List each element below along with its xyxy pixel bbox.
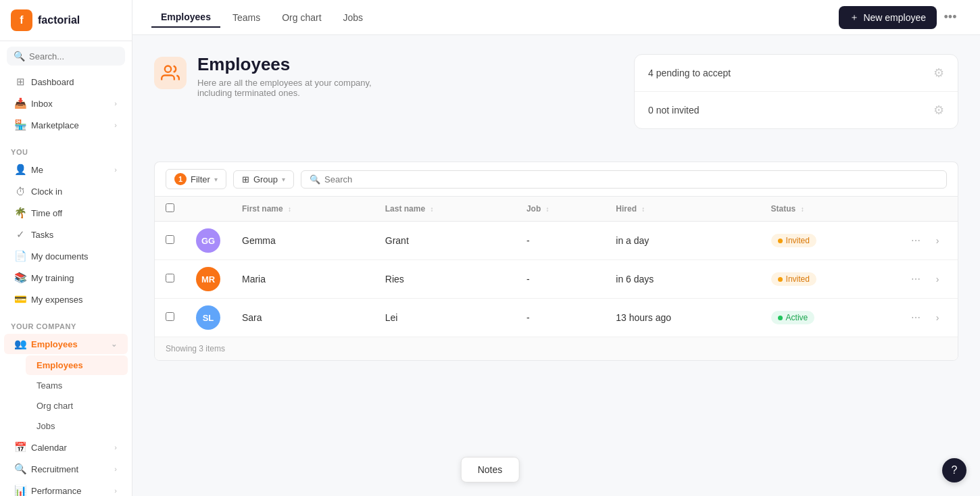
sidebar-item-label: Marketplace xyxy=(31,120,109,130)
avatar: MR xyxy=(196,267,220,291)
row-navigate-button[interactable]: › xyxy=(928,270,947,289)
hired-cell: 13 hours ago xyxy=(605,299,760,337)
row-actions: ⋯ › xyxy=(906,231,947,250)
page-title: Employees xyxy=(197,54,372,75)
employees-header-icon xyxy=(154,57,187,89)
sidebar-item-label: Jobs xyxy=(36,421,117,431)
col-job[interactable]: Job ↕ xyxy=(516,197,605,222)
row-more-button[interactable]: ⋯ xyxy=(906,231,925,250)
col-avatar xyxy=(185,197,231,222)
sidebar-item-label: Teams xyxy=(36,380,117,391)
chevron-down-icon: ▾ xyxy=(282,176,285,183)
col-status[interactable]: Status ↕ xyxy=(760,197,896,222)
row-checkbox-cell[interactable] xyxy=(155,260,185,299)
logo-text: factorial xyxy=(38,14,80,26)
sidebar-item-my-training[interactable]: 📚 My training xyxy=(4,268,128,288)
sidebar-item-performance[interactable]: 📊 Performance › xyxy=(4,480,128,496)
group-button[interactable]: ⊞ Group ▾ xyxy=(233,170,294,189)
new-employee-button[interactable]: ＋ New employee xyxy=(839,6,937,29)
page-header-row: Employees Here are all the employees at … xyxy=(154,54,958,145)
sidebar-item-time-off[interactable]: 🌴 Time off xyxy=(4,203,128,223)
status-cell: Invited xyxy=(760,222,896,260)
calendar-icon: 📅 xyxy=(15,442,26,453)
sidebar-item-me[interactable]: 👤 Me › xyxy=(4,159,128,180)
row-checkbox-cell[interactable] xyxy=(155,299,185,337)
sidebar-item-label: Calendar xyxy=(31,443,109,453)
sidebar-subitem-teams[interactable]: Teams xyxy=(26,376,128,395)
status-dot xyxy=(778,239,783,243)
time-off-icon: 🌴 xyxy=(15,207,26,218)
table-footer: Showing 3 items xyxy=(155,337,958,360)
notes-button[interactable]: Notes xyxy=(461,457,520,482)
sidebar-item-tasks[interactable]: ✓ Tasks xyxy=(4,224,128,245)
sidebar-item-employees[interactable]: 👥 Employees ⌄ xyxy=(4,334,128,354)
sidebar-item-calendar[interactable]: 📅 Calendar › xyxy=(4,437,128,457)
pending-accept-card: 4 pending to accept ⚙ xyxy=(635,55,958,92)
question-icon: ? xyxy=(952,464,958,476)
page-title-group: Employees Here are all the employees at … xyxy=(197,54,372,98)
filter-label: Filter xyxy=(191,174,210,184)
tab-teams[interactable]: Teams xyxy=(223,8,270,27)
me-icon: 👤 xyxy=(15,164,26,175)
avatar: GG xyxy=(196,228,220,253)
page-subtitle: Here are all the employees at your compa… xyxy=(197,78,372,98)
col-last-name[interactable]: Last name ↕ xyxy=(374,197,516,222)
company-section-label: YOUR COMPANY xyxy=(0,316,132,333)
row-checkbox[interactable] xyxy=(166,312,174,321)
info-cards: 4 pending to accept ⚙ 0 not invited ⚙ xyxy=(634,54,958,129)
sidebar-item-inbox[interactable]: 📥 Inbox › xyxy=(4,93,128,114)
row-more-button[interactable]: ⋯ xyxy=(906,308,925,327)
avatar-cell: GG xyxy=(185,222,231,260)
filter-button[interactable]: 1 Filter ▾ xyxy=(166,169,226,189)
row-navigate-button[interactable]: › xyxy=(928,308,947,327)
sidebar-item-label: My expenses xyxy=(31,295,117,305)
select-all-checkbox[interactable] xyxy=(166,203,174,212)
row-checkbox[interactable] xyxy=(166,235,174,244)
sidebar-item-my-documents[interactable]: 📄 My documents xyxy=(4,246,128,266)
sidebar-item-label: Me xyxy=(31,165,109,175)
row-navigate-button[interactable]: › xyxy=(928,231,947,250)
sidebar-item-my-expenses[interactable]: 💳 My expenses xyxy=(4,289,128,309)
top-navigation: Employees Teams Org chart Jobs ＋ New emp… xyxy=(132,0,980,35)
row-checkbox[interactable] xyxy=(166,274,174,282)
search-input[interactable] xyxy=(29,51,132,61)
search-icon: 🔍 xyxy=(310,174,320,184)
sidebar-search[interactable]: 🔍 ⌘K xyxy=(7,47,125,66)
job-cell: - xyxy=(516,260,605,299)
settings-icon[interactable]: ⚙ xyxy=(933,66,944,80)
sidebar-logo[interactable]: f factorial xyxy=(0,0,132,41)
select-all-cell[interactable] xyxy=(155,197,185,222)
tab-employees[interactable]: Employees xyxy=(151,7,220,28)
help-button[interactable]: ? xyxy=(942,458,966,482)
row-more-button[interactable]: ⋯ xyxy=(906,270,925,289)
sidebar-item-marketplace[interactable]: 🏪 Marketplace › xyxy=(4,115,128,135)
sidebar-item-clock-in[interactable]: ⏱ Clock in xyxy=(4,181,128,201)
avatar: SL xyxy=(196,305,220,330)
ellipsis-icon: ••• xyxy=(944,10,957,24)
sidebar-item-recruitment[interactable]: 🔍 Recruitment › xyxy=(4,459,128,479)
search-icon: 🔍 xyxy=(14,51,25,61)
sidebar-subitem-employees[interactable]: Employees xyxy=(26,355,128,375)
status-dot xyxy=(778,316,783,320)
group-label: Group xyxy=(253,174,278,184)
status-cell: Active xyxy=(760,299,896,337)
col-hired[interactable]: Hired ↕ xyxy=(605,197,760,222)
sidebar-item-dashboard[interactable]: ⊞ Dashboard xyxy=(4,72,128,92)
table-search[interactable]: 🔍 xyxy=(301,170,947,189)
status-dot xyxy=(778,277,783,282)
search-input[interactable] xyxy=(324,174,938,184)
first-name-cell: Sara xyxy=(231,299,374,337)
more-options-button[interactable]: ••• xyxy=(939,7,961,28)
col-first-name[interactable]: First name ↕ xyxy=(231,197,374,222)
hired-cell: in 6 days xyxy=(605,260,760,299)
sidebar-subitem-jobs[interactable]: Jobs xyxy=(26,416,128,436)
chevron-down-icon: ⌄ xyxy=(111,340,117,349)
settings-icon[interactable]: ⚙ xyxy=(933,103,944,118)
tab-org-chart[interactable]: Org chart xyxy=(272,8,330,27)
avatar-cell: SL xyxy=(185,299,231,337)
sidebar-item-label: Org chart xyxy=(36,401,117,411)
sidebar-subitem-org-chart[interactable]: Org chart xyxy=(26,396,128,416)
filter-bar: 1 Filter ▾ ⊞ Group ▾ 🔍 xyxy=(154,162,958,196)
tab-jobs[interactable]: Jobs xyxy=(334,8,373,27)
row-checkbox-cell[interactable] xyxy=(155,222,185,260)
